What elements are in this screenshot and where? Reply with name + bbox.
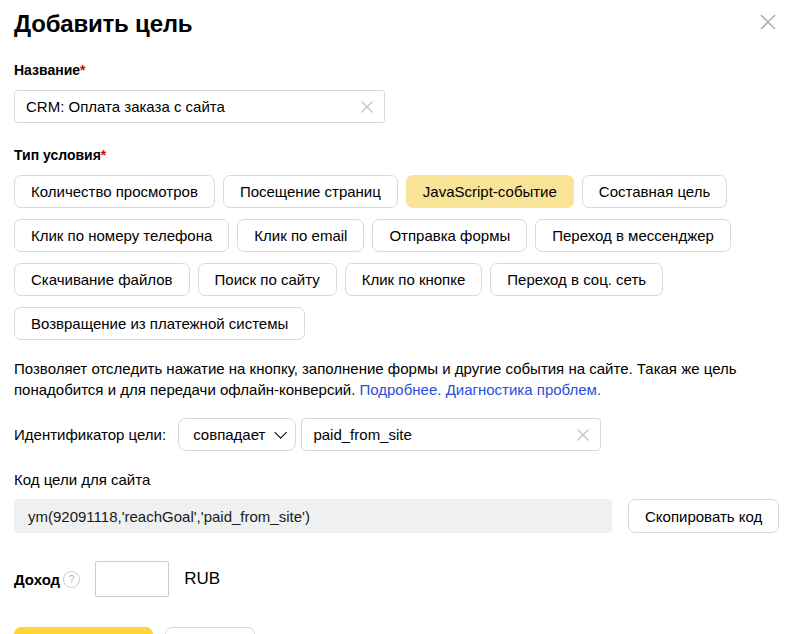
- condition-type-row-4: Возвращение из платежной системы: [14, 307, 786, 340]
- required-asterisk: *: [80, 62, 85, 78]
- chip-payment-return[interactable]: Возвращение из платежной системы: [14, 307, 305, 340]
- goal-code-row: ym(92091118,'reachGoal','paid_from_site'…: [14, 499, 786, 533]
- income-input[interactable]: [95, 561, 169, 597]
- chip-page-visits[interactable]: Посещение страниц: [223, 175, 398, 208]
- copy-code-button[interactable]: Скопировать код: [628, 499, 779, 533]
- add-goal-button[interactable]: Добавить цель: [14, 627, 153, 634]
- description-text: Позволяет отследить нажатие на кнопку, з…: [14, 358, 786, 400]
- chip-button-click[interactable]: Клик по кнопке: [345, 263, 483, 296]
- chip-form-submit[interactable]: Отправка формы: [372, 219, 527, 252]
- learn-more-link[interactable]: Подробнее.: [359, 381, 441, 398]
- cancel-button[interactable]: Отмена: [165, 627, 255, 634]
- goal-identifier-row: Идентификатор цели: совпадает: [14, 418, 786, 451]
- clear-name-button[interactable]: [359, 99, 375, 115]
- chip-javascript-event[interactable]: JavaScript-событие: [406, 175, 574, 208]
- identifier-input-wrap: [301, 418, 601, 451]
- select-value: совпадает: [193, 426, 265, 443]
- goal-name-input[interactable]: [15, 91, 384, 122]
- name-field-label: Название*: [14, 62, 786, 78]
- chip-phone-click[interactable]: Клик по номеру телефона: [14, 219, 229, 252]
- income-row: Доход ? RUB: [14, 561, 786, 597]
- close-button[interactable]: [758, 12, 778, 32]
- chip-file-download[interactable]: Скачивание файлов: [14, 263, 190, 296]
- name-label-text: Название: [14, 62, 80, 78]
- required-asterisk: *: [101, 147, 106, 163]
- dialog-header: Добавить цель: [14, 10, 786, 38]
- clear-icon: [575, 431, 591, 446]
- chip-messenger[interactable]: Переход в мессенджер: [535, 219, 731, 252]
- page-title: Добавить цель: [14, 10, 192, 38]
- clear-identifier-button[interactable]: [575, 427, 591, 443]
- dialog-footer: Добавить цель Отмена: [14, 627, 786, 634]
- identifier-input[interactable]: [302, 419, 600, 450]
- close-icon: [758, 20, 778, 35]
- chip-email-click[interactable]: Клик по email: [237, 219, 364, 252]
- goal-code-label: Код цели для сайта: [14, 471, 786, 488]
- income-label: Доход: [14, 571, 60, 588]
- goal-name-input-wrap: [14, 90, 385, 123]
- diagnostics-link[interactable]: Диагностика проблем.: [446, 381, 601, 398]
- condition-type-label: Тип условия*: [14, 147, 786, 163]
- currency-label: RUB: [184, 569, 220, 589]
- match-condition-select[interactable]: совпадает: [178, 418, 296, 451]
- chip-social-network[interactable]: Переход в соц. сеть: [490, 263, 663, 296]
- condition-type-row-1: Количество просмотров Посещение страниц …: [14, 175, 786, 208]
- chevron-down-icon: [275, 426, 288, 439]
- add-goal-dialog: Добавить цель Название* Тип условия* Кол…: [0, 0, 800, 634]
- chip-site-search[interactable]: Поиск по сайту: [198, 263, 337, 296]
- chip-composite-goal[interactable]: Составная цель: [582, 175, 727, 208]
- chip-pageviews-count[interactable]: Количество просмотров: [14, 175, 215, 208]
- condition-type-row-2: Клик по номеру телефона Клик по email От…: [14, 219, 786, 252]
- help-icon[interactable]: ?: [63, 571, 80, 588]
- goal-code-snippet: ym(92091118,'reachGoal','paid_from_site'…: [14, 499, 612, 533]
- condition-type-row-3: Скачивание файлов Поиск по сайту Клик по…: [14, 263, 786, 296]
- identifier-label: Идентификатор цели:: [14, 426, 166, 443]
- condition-type-label-text: Тип условия: [14, 147, 101, 163]
- clear-icon: [359, 103, 375, 118]
